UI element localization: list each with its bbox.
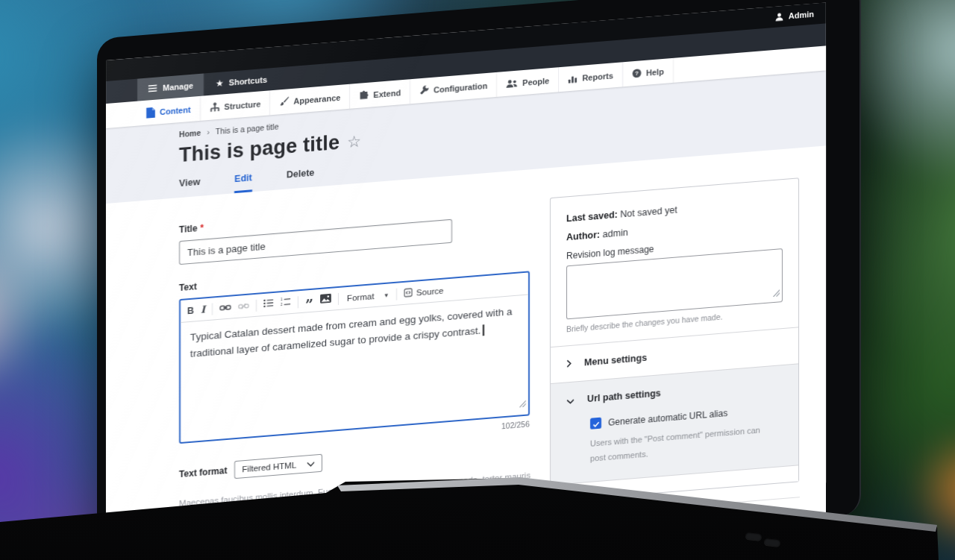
text-format-label: Text format <box>179 465 227 479</box>
wrench-icon <box>419 85 429 95</box>
source-icon <box>404 287 413 298</box>
tray-item-help[interactable]: ? Help <box>623 58 674 86</box>
numbered-list-icon: 12 <box>281 297 291 309</box>
people-icon <box>506 78 518 88</box>
image-button[interactable] <box>320 294 331 306</box>
star-icon: ★ <box>216 78 224 88</box>
unlink-icon <box>238 301 249 312</box>
chevron-down-icon <box>566 394 574 408</box>
tray-item-reports[interactable]: Reports <box>559 62 623 92</box>
unlink-button[interactable] <box>238 301 249 312</box>
image-icon <box>320 294 331 306</box>
link-icon <box>219 302 231 313</box>
revision-log-textarea[interactable] <box>566 248 783 319</box>
wysiwyg-editor: B I <box>179 271 530 444</box>
admin-user-label[interactable]: Admin <box>789 10 814 21</box>
laptop-screen: Admin Manage ★ Shortcuts <box>97 0 861 560</box>
chevron-down-icon: ▾ <box>384 291 388 298</box>
svg-text:?: ? <box>635 70 639 77</box>
required-asterisk: * <box>200 222 204 233</box>
link-button[interactable] <box>219 302 231 313</box>
breadcrumb-home-link[interactable]: Home <box>179 128 201 139</box>
url-alias-checkbox[interactable] <box>590 418 601 430</box>
tray-item-extend[interactable]: Extend <box>350 79 410 108</box>
photo-stage: Admin Manage ★ Shortcuts <box>0 0 955 560</box>
hamburger-icon <box>148 84 157 94</box>
tab-edit[interactable]: Edit <box>234 172 252 193</box>
svg-text:1: 1 <box>281 298 283 301</box>
url-path-help: Users with the "Post comment" permission… <box>590 421 777 467</box>
tray-item-people[interactable]: People <box>497 67 559 97</box>
breadcrumb-current: This is a page title <box>216 122 279 136</box>
resize-handle-icon[interactable] <box>519 397 526 413</box>
bulleted-list-icon <box>263 298 274 310</box>
check-icon <box>592 416 600 430</box>
meta-sidebar: Last saved: Not saved yet Author: admin … <box>550 177 799 502</box>
tray-item-content[interactable]: Content <box>137 96 201 126</box>
published-label: Published <box>197 554 237 560</box>
person-icon <box>774 11 784 22</box>
blockquote-button[interactable]: ” <box>305 294 313 308</box>
tab-view[interactable]: View <box>179 177 200 198</box>
check-icon <box>181 556 189 560</box>
url-path-settings-section: Url path settings Generate automatic URL… <box>551 363 798 484</box>
bold-button[interactable]: B <box>187 305 194 316</box>
puzzle-icon <box>359 90 369 101</box>
italic-button[interactable]: I <box>201 303 205 315</box>
format-dropdown[interactable]: Format ▾ <box>345 290 389 303</box>
sitemap-icon <box>210 102 220 113</box>
numbered-list-button[interactable]: 12 <box>281 297 291 309</box>
resize-handle-icon[interactable] <box>773 286 780 300</box>
drupal-admin-screen: Admin Manage ★ Shortcuts <box>106 2 826 560</box>
help-icon: ? <box>632 68 642 78</box>
star-outline-icon[interactable]: ☆ <box>347 132 361 151</box>
bulleted-list-button[interactable] <box>263 298 274 310</box>
chevron-right-icon <box>566 357 572 371</box>
breadcrumb-separator: › <box>207 128 210 136</box>
chevron-down-icon <box>307 459 315 468</box>
source-button[interactable]: Source <box>404 285 443 298</box>
text-cursor <box>483 324 484 336</box>
text-format-select[interactable]: Filtered HTML <box>234 454 322 479</box>
tab-delete[interactable]: Delete <box>286 168 315 189</box>
svg-text:2: 2 <box>281 303 283 306</box>
paintbrush-icon <box>279 96 289 107</box>
barchart-icon <box>568 73 577 84</box>
file-icon <box>146 107 155 118</box>
